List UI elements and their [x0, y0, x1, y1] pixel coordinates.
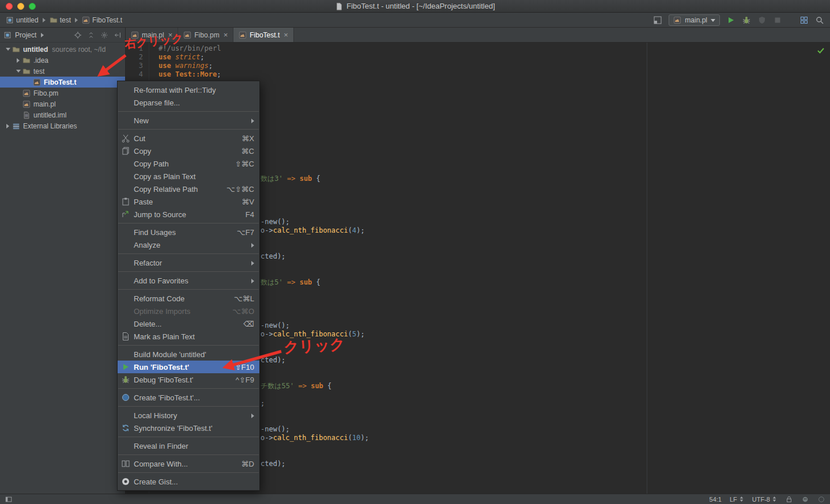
window-title-text: FiboTest.t - untitled - [~/IdeaProjects/… — [346, 2, 495, 10]
menu-item-icon-spacer — [121, 350, 130, 359]
run-button[interactable] — [726, 16, 735, 25]
stop-button[interactable] — [773, 16, 782, 25]
code-fragment: -new(); — [261, 425, 290, 434]
menu-item-analyze[interactable]: Analyze — [118, 238, 259, 251]
menu-item-icon-spacer — [121, 184, 130, 194]
status-bar: 54:1 LF UTF-8 — [0, 494, 830, 504]
locate-icon[interactable] — [74, 31, 82, 39]
search-everywhere-button[interactable] — [815, 16, 824, 25]
expander-expanded-icon[interactable] — [14, 70, 22, 73]
menu-item-shortcut: ⇧⌘C — [235, 160, 254, 168]
inspections-ok-icon[interactable] — [816, 46, 825, 55]
caret-position[interactable]: 54:1 — [710, 496, 722, 503]
tree-item-test[interactable]: test — [0, 66, 125, 77]
toggle-tool-windows-icon[interactable] — [5, 495, 13, 503]
menu-item-icon-spacer — [121, 240, 130, 249]
menu-item-cut[interactable]: Cut⌘X — [118, 132, 259, 145]
menu-item-find-usages[interactable]: Find Usages⌥F7 — [118, 226, 259, 238]
menu-item-debug-fibotest-t[interactable]: Debug 'FiboTest.t'^⇧F9 — [118, 373, 259, 386]
tree-item-untitled[interactable]: untitledsources root, ~/Id — [0, 44, 125, 55]
coverage-button[interactable] — [757, 16, 767, 25]
tree-item-external-libraries[interactable]: External Libraries — [0, 120, 125, 131]
hide-panel-icon[interactable] — [114, 31, 122, 39]
zoom-window-button[interactable] — [29, 3, 36, 10]
debug-icon — [121, 375, 130, 384]
menu-item-reformat-code[interactable]: Reformat Code⌥⌘L — [118, 292, 259, 305]
menu-separator — [118, 289, 259, 290]
close-window-button[interactable] — [6, 3, 13, 10]
code-fragment: o->calc_nth_fibonacci(4); — [261, 226, 365, 235]
menu-item-delete[interactable]: Delete...⌫ — [118, 317, 259, 330]
code-token: sub — [300, 278, 316, 286]
tool-windows-icon[interactable] — [653, 16, 662, 25]
menu-item-copy-path[interactable]: Copy Path⇧⌘C — [118, 157, 259, 170]
menu-item-paste[interactable]: Paste⌘V — [118, 195, 259, 208]
menu-item-reveal-in-finder[interactable]: Reveal in Finder — [118, 439, 259, 452]
tree-item-fibo-pm[interactable]: Fibo.pm — [0, 88, 125, 98]
code-token: ; — [261, 399, 265, 407]
menu-item-copy-relative-path[interactable]: Copy Relative Path⌥⇧⌘C — [118, 183, 259, 195]
tree-item-untitled-iml[interactable]: untitled.iml — [0, 109, 125, 120]
close-tab-icon[interactable]: × — [168, 31, 173, 39]
menu-item-run-fibotest-t[interactable]: Run 'FiboTest.t'⇧F10 — [118, 361, 259, 373]
menu-item-compare-with[interactable]: Compare With...⌘D — [118, 457, 259, 470]
tree-item-main-pl[interactable]: main.pl — [0, 98, 125, 109]
menu-item-mark-as-plain-text[interactable]: Mark as Plain Text — [118, 330, 259, 343]
breadcrumb-item-untitled[interactable]: untitled — [6, 16, 39, 24]
menu-item-re-format-with-perl-tidy[interactable]: Re-format with Perl::Tidy — [118, 84, 259, 96]
submenu-arrow-icon — [251, 259, 254, 267]
run-toolbar: main.pl — [653, 14, 824, 26]
line-separator-indicator[interactable]: LF — [730, 496, 744, 503]
chevron-right-icon[interactable] — [41, 33, 44, 37]
breadcrumb-item-fibotest-t[interactable]: FiboTest.t — [82, 16, 122, 24]
menu-item-synchronize-fibotest-t[interactable]: Synchronize 'FiboTest.t' — [118, 422, 259, 434]
run-configuration-select[interactable]: main.pl — [669, 14, 720, 26]
inspections-profile-icon[interactable] — [801, 495, 809, 503]
line-number: 2 — [126, 53, 143, 62]
tree-item-label: main.pl — [33, 100, 56, 108]
settings-gear-icon[interactable] — [100, 31, 108, 39]
menu-item-refactor[interactable]: Refactor — [118, 256, 259, 269]
menu-item-build-module-untitled[interactable]: Build Module 'untitled' — [118, 348, 259, 361]
tree-item-fibotest-t[interactable]: FiboTest.t — [0, 77, 125, 88]
compare-icon — [121, 459, 130, 468]
menu-item-create-gist[interactable]: Create Gist... — [118, 475, 259, 488]
menu-item-icon-spacer — [121, 116, 130, 125]
close-tab-icon[interactable]: × — [284, 31, 288, 39]
perl-file-icon — [183, 31, 191, 39]
menu-item-label: Copy Relative Path — [134, 185, 198, 194]
expander-collapsed-icon[interactable] — [3, 124, 12, 128]
menu-item-label: Refactor — [134, 259, 162, 267]
menu-item-icon-spacer — [121, 441, 130, 450]
debug-button[interactable] — [742, 16, 751, 25]
menu-item-create-fibotest-t[interactable]: Create 'FiboTest.t'... — [118, 391, 259, 404]
collapse-all-icon[interactable] — [87, 31, 95, 39]
menu-item-icon-spacer — [121, 258, 130, 267]
tree-item-label: test — [33, 67, 44, 75]
tab-fibotest-t[interactable]: FiboTest.t× — [233, 28, 294, 42]
expander-expanded-icon[interactable] — [3, 48, 12, 51]
menu-item-optimize-imports[interactable]: Optimize Imports⌥⌘O — [118, 305, 259, 317]
menu-item-shortcut: ^⇧F9 — [236, 376, 254, 384]
menu-item-deparse-file[interactable]: Deparse file... — [118, 96, 259, 109]
menu-item-add-to-favorites[interactable]: Add to Favorites — [118, 274, 259, 287]
breadcrumb-item-test[interactable]: test — [50, 16, 71, 24]
menu-item-copy[interactable]: Copy⌘C — [118, 145, 259, 157]
encoding-indicator[interactable]: UTF-8 — [752, 496, 777, 503]
menu-item-jump-to-source[interactable]: Jump to SourceF4 — [118, 208, 259, 221]
minimize-window-button[interactable] — [17, 3, 24, 10]
code-token: o-> — [261, 330, 273, 338]
notifications-icon[interactable] — [817, 495, 825, 503]
close-tab-icon[interactable]: × — [224, 31, 228, 39]
tab-fibo-pm[interactable]: Fibo.pm× — [178, 28, 233, 42]
menu-item-local-history[interactable]: Local History — [118, 409, 259, 422]
menu-item-new[interactable]: New — [118, 114, 259, 127]
menu-separator — [118, 253, 259, 254]
expander-collapsed-icon[interactable] — [14, 58, 22, 63]
lock-icon[interactable] — [785, 495, 793, 503]
code-token: ; — [209, 62, 213, 70]
menu-item-copy-as-plain-text[interactable]: Copy as Plain Text — [118, 170, 259, 183]
tree-item-idea[interactable]: .idea — [0, 55, 125, 66]
tab-main-pl[interactable]: main.pl× — [126, 28, 178, 42]
window-grid-icon[interactable] — [799, 16, 809, 25]
